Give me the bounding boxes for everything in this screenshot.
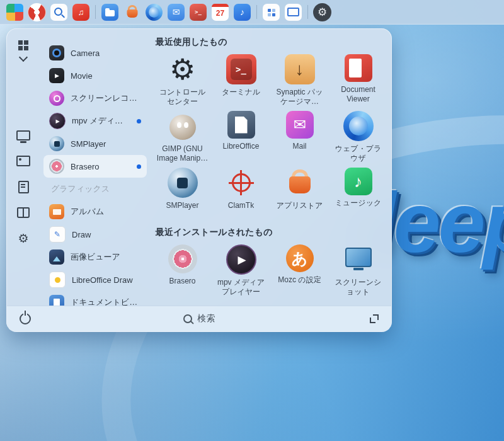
calendar-icon: 27 <box>212 4 229 21</box>
dock-grand-search[interactable] <box>50 3 68 21</box>
app-item-music[interactable]: ミュージック <box>329 168 387 224</box>
synaptic-icon <box>285 54 315 84</box>
dock-calendar[interactable]: 27 <box>211 3 229 21</box>
app-label: Mozc の設定 <box>278 275 321 285</box>
libreoffice-icon <box>227 111 255 139</box>
app-item-libreoffice[interactable]: LibreOffice <box>212 111 270 168</box>
sidebar-category-video[interactable] <box>15 129 32 142</box>
app-list-item-brasero[interactable]: Brasero <box>43 155 147 178</box>
dock-device-app[interactable] <box>262 3 280 21</box>
new-install-dot <box>137 164 141 169</box>
app-label: Mail <box>292 142 306 151</box>
search-box[interactable]: 検索 <box>183 313 215 324</box>
app-item-control-center[interactable]: コントロールセンター <box>153 54 212 111</box>
app-item-smplayer[interactable]: SMPlayer <box>153 168 212 224</box>
dock-file-manager[interactable] <box>101 3 119 21</box>
app-item-mozc[interactable]: Mozc の設定 <box>270 244 329 301</box>
app-list-item-mpv[interactable]: mpv メディアプ… <box>43 110 147 132</box>
app-list-item-documents[interactable]: ドキュメントビューア <box>43 291 147 306</box>
chevron-down-icon <box>19 53 28 62</box>
desktop: deepin 27 CameraMovieスクリーンレコ…mpv メディアプ…S… <box>0 0 504 441</box>
dock-music-red-app[interactable] <box>72 3 90 21</box>
app-item-terminal[interactable]: ターミナル <box>212 54 270 111</box>
app-list-label: 画像ビューア <box>71 251 141 263</box>
music-icon <box>345 168 372 195</box>
dock-separator <box>95 5 96 19</box>
dock-mail[interactable] <box>167 3 185 21</box>
sidebar-category-reading[interactable] <box>15 206 32 219</box>
app-list-label: SMPlayer <box>71 139 141 149</box>
app-item-mail-app[interactable]: Mail <box>270 111 329 168</box>
mail-app-icon <box>286 111 314 139</box>
dock-terminal[interactable] <box>189 3 207 21</box>
app-grid: コントロールセンターターミナルSynaptic パッケージマ…Document … <box>153 54 387 224</box>
dock-control-center[interactable] <box>313 3 331 21</box>
app-list-item-draw[interactable]: Draw <box>43 223 147 246</box>
dock-music[interactable] <box>233 3 251 21</box>
book-icon <box>17 207 30 218</box>
files-icon <box>101 4 118 21</box>
sidebar-category-office[interactable] <box>15 180 32 193</box>
app-label: Synaptic パッケージマ… <box>273 88 326 106</box>
app-list-item-smplayer[interactable]: SMPlayer <box>43 132 147 155</box>
movie-icon <box>49 68 64 83</box>
monitor-icon <box>16 130 30 140</box>
app-label: ターミナル <box>222 88 260 97</box>
browser-icon <box>146 4 163 21</box>
app-item-synaptic[interactable]: Synaptic パッケージマ… <box>270 54 329 111</box>
lo-draw-icon <box>49 272 66 288</box>
app-label: Document Viewer <box>332 85 385 104</box>
app-grid: Braserompv メディアプレイヤーMozc の設定スクリーンショット <box>153 244 387 301</box>
app-item-document-viewer[interactable]: Document Viewer <box>329 54 387 111</box>
sidebar-category-system[interactable] <box>15 232 32 245</box>
app-list-item-lo-draw[interactable]: LibreOffice Draw <box>43 268 147 291</box>
app-list-item-album[interactable]: アルバム <box>43 200 147 223</box>
view-mode-toggle[interactable] <box>18 39 28 68</box>
search-placeholder: 検索 <box>198 313 215 324</box>
grid-view-icon <box>18 40 23 45</box>
sidebar-category-graphics[interactable] <box>15 154 32 168</box>
dock-icon-area: 27 <box>0 3 337 21</box>
app-list-label: Camera <box>71 49 141 58</box>
app-item-clamtk[interactable]: ClamTk <box>212 168 270 224</box>
app-item-screenshot[interactable]: スクリーンショット <box>329 244 387 301</box>
dock-launcher[interactable] <box>6 3 24 21</box>
app-store-icon <box>285 168 315 198</box>
album-icon <box>49 204 64 219</box>
app-list-item-screen-recorder[interactable]: スクリーンレコ… <box>43 87 147 110</box>
app-item-web-browser[interactable]: ウェブ・ブラウザ <box>329 111 387 168</box>
section-title: 最近使用したもの <box>156 37 387 48</box>
smplayer-icon <box>49 136 64 151</box>
app-item-app-store[interactable]: アプリストア <box>270 168 329 224</box>
app-item-mpv[interactable]: mpv メディアプレイヤー <box>212 244 270 301</box>
app-list-item-movie[interactable]: Movie <box>43 64 147 87</box>
store-icon <box>123 4 140 21</box>
app-list-label: Draw <box>72 230 141 239</box>
dock-board-app[interactable] <box>284 3 302 21</box>
app-list-item-camera[interactable]: Camera <box>43 42 147 64</box>
dock-browser[interactable] <box>145 3 163 21</box>
app-list: CameraMovieスクリーンレコ…mpv メディアプ…SMPlayerBra… <box>40 29 151 306</box>
fullscreen-toggle-button[interactable] <box>367 312 381 326</box>
app-list-label: Brasero <box>71 162 130 171</box>
app-label: コントロールセンター <box>156 88 209 106</box>
search-icon <box>50 4 67 21</box>
power-button[interactable] <box>17 311 33 327</box>
launcher-main: CameraMovieスクリーンレコ…mpv メディアプ…SMPlayerBra… <box>7 29 391 306</box>
camera-icon <box>49 45 64 60</box>
mozc-icon <box>286 244 314 272</box>
app-label: SMPlayer <box>166 201 198 210</box>
document-viewer-icon <box>345 54 372 82</box>
dock-app-store[interactable] <box>123 3 141 21</box>
dock-deepin-home[interactable] <box>28 3 46 21</box>
app-list-item-image-viewer[interactable]: 画像ビューア <box>43 246 147 268</box>
app-item-brasero[interactable]: Brasero <box>153 244 212 301</box>
taskbar: 27 <box>0 0 504 25</box>
power-icon <box>20 313 31 324</box>
app-label: アプリストア <box>277 201 323 210</box>
app-item-gimp[interactable]: GIMP (GNU Image Manip… <box>153 111 212 168</box>
app-label: mpv メディアプレイヤー <box>215 278 268 297</box>
app-list-label: Movie <box>71 71 141 81</box>
draw-icon <box>49 226 66 243</box>
picture-icon <box>16 156 30 166</box>
